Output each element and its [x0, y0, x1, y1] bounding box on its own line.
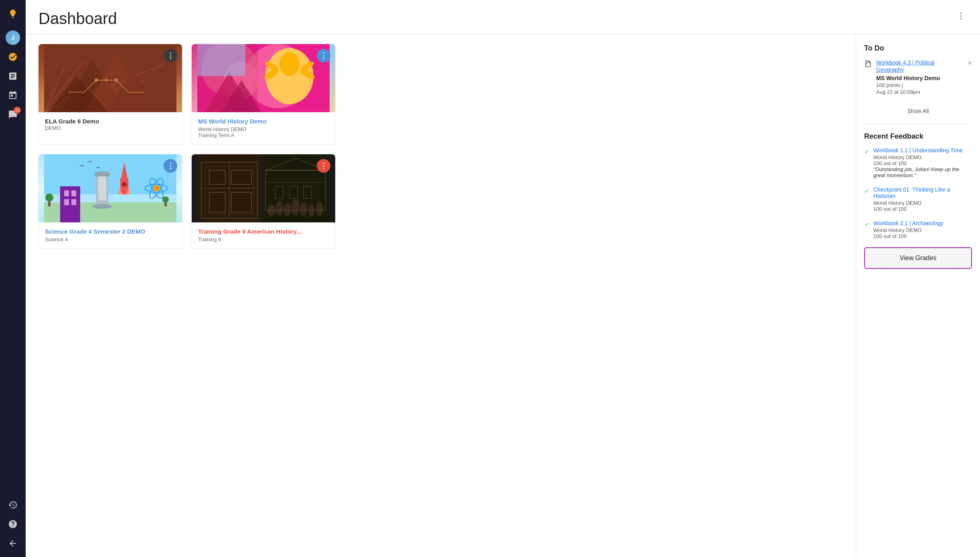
- todo-item: Workbook 4.3 | Political Geography MS Wo…: [864, 59, 972, 101]
- cards-section: ⋮ ELA Grade 6 Demo DEMO: [26, 34, 856, 557]
- svg-point-42: [92, 204, 112, 209]
- todo-link[interactable]: Workbook 4.3 | Political Geography: [876, 59, 935, 73]
- sidebar-item-dashboard[interactable]: [4, 48, 22, 66]
- card-menu-history[interactable]: ⋮: [317, 49, 330, 63]
- svg-point-69: [275, 201, 283, 216]
- card-title-science[interactable]: Science Grade 4 Semester 2 DEMO: [45, 228, 176, 235]
- feedback-content-3: Workbook 2.1 | Archaeology World History…: [873, 220, 972, 239]
- page-header: Dashboard: [26, 0, 980, 34]
- svg-rect-39: [71, 199, 76, 205]
- cards-grid: ⋮ ELA Grade 6 Demo DEMO: [38, 44, 335, 249]
- card-body-training: Training Grade 9 American History... Tra…: [192, 222, 335, 249]
- feedback-course-2: World History DEMO: [873, 200, 972, 206]
- svg-point-48: [122, 182, 127, 187]
- svg-point-49: [153, 185, 160, 192]
- feedback-content-1: Workbook 1.1 | Understanding Time World …: [873, 147, 972, 178]
- card-title-history[interactable]: MS World History Demo: [198, 118, 329, 125]
- card-menu-ela[interactable]: ⋮: [164, 49, 177, 63]
- card-subtitle2-history: Training Term A: [198, 132, 329, 138]
- feedback-content-2: Checkpoint 01: Thinking Like a Historian…: [873, 186, 972, 212]
- svg-point-70: [284, 203, 291, 216]
- feedback-course-1: World History DEMO: [873, 154, 972, 160]
- card-training-grade-9[interactable]: ⋮ Training Grade 9 American History... T…: [192, 154, 335, 249]
- svg-point-71: [292, 199, 300, 215]
- card-subtitle-ela: DEMO: [45, 125, 176, 131]
- feedback-score-1: 100 out of 100: [873, 160, 972, 166]
- svg-point-1: [960, 16, 962, 17]
- svg-rect-37: [71, 190, 76, 196]
- sidebar-item-history[interactable]: [4, 496, 22, 514]
- svg-point-54: [45, 194, 53, 202]
- svg-point-2: [960, 18, 962, 20]
- show-all-button[interactable]: Show All: [864, 108, 972, 114]
- card-body-ela: ELA Grade 6 Demo DEMO: [38, 112, 182, 137]
- todo-points: 100 points |: [876, 82, 964, 88]
- feedback-check-icon-1: ✓: [864, 148, 869, 178]
- feedback-comment-1: "Outstanding job, Julian! Keep up the gr…: [873, 166, 972, 178]
- todo-close-button[interactable]: ×: [968, 59, 972, 95]
- feedback-title-3[interactable]: Workbook 2.1 | Archaeology: [873, 220, 972, 226]
- card-body-history: MS World History Demo World History DEMO…: [192, 112, 335, 145]
- svg-point-17: [105, 79, 107, 81]
- card-image-ela: ⋮: [38, 44, 182, 112]
- card-subtitle-history: World History DEMO: [198, 126, 329, 132]
- todo-section-title: To Do: [864, 44, 972, 52]
- feedback-title-1[interactable]: Workbook 1.1 | Understanding Time: [873, 147, 972, 153]
- sidebar-avatar[interactable]: J: [4, 29, 22, 46]
- sidebar-item-journal[interactable]: [4, 67, 22, 85]
- sidebar-item-collapse[interactable]: [4, 535, 22, 552]
- feedback-title-2[interactable]: Checkpoint 01: Thinking Like a Historian: [873, 186, 972, 199]
- svg-rect-36: [64, 190, 69, 196]
- card-image-history: ⋮: [192, 44, 335, 112]
- svg-point-23: [279, 52, 300, 76]
- page-title: Dashboard: [38, 10, 117, 28]
- sidebar-logo[interactable]: [4, 5, 22, 22]
- svg-rect-35: [60, 186, 80, 222]
- feedback-item-2: ✓ Checkpoint 01: Thinking Like a Histori…: [864, 186, 972, 212]
- todo-due: Aug 22 at 10:59pm: [876, 89, 964, 95]
- svg-rect-38: [64, 199, 69, 205]
- card-body-science: Science Grade 4 Semester 2 DEMO Science …: [38, 222, 182, 249]
- card-title-ela: ELA Grade 6 Demo: [45, 118, 99, 125]
- sidebar: J 13: [0, 0, 26, 557]
- todo-course: MS World History Demo: [876, 75, 964, 81]
- assignments-badge: 13: [14, 107, 21, 114]
- view-grades-button[interactable]: View Grades: [864, 247, 972, 269]
- card-image-training: ⋮: [192, 154, 335, 222]
- svg-point-15: [115, 79, 118, 82]
- sidebar-item-assignments[interactable]: 13: [4, 106, 22, 123]
- card-subtitle-science: Science 4: [45, 236, 176, 242]
- card-ms-world-history[interactable]: ⋮ MS World History Demo World History DE…: [192, 44, 335, 145]
- todo-doc-icon: [864, 60, 872, 95]
- card-science-grade-4[interactable]: ⋮ Science Grade 4 Semester 2 DEMO Scienc…: [38, 154, 182, 249]
- svg-point-72: [300, 202, 307, 216]
- card-menu-training[interactable]: ⋮: [317, 159, 330, 173]
- recent-feedback-title: Recent Feedback: [864, 132, 972, 141]
- svg-rect-31: [197, 44, 245, 76]
- feedback-course-3: World History DEMO: [873, 227, 972, 233]
- svg-point-74: [316, 202, 323, 216]
- card-title-training[interactable]: Training Grade 9 American History...: [198, 228, 329, 235]
- user-avatar: J: [6, 30, 20, 45]
- panel-divider: [864, 124, 972, 124]
- card-menu-science[interactable]: ⋮: [164, 159, 177, 173]
- feedback-score-2: 100 out of 100: [873, 206, 972, 212]
- main-content: Dashboard: [26, 0, 980, 557]
- svg-rect-43: [98, 176, 106, 200]
- card-image-science: ⋮: [38, 154, 182, 222]
- feedback-item-1: ✓ Workbook 1.1 | Understanding Time Worl…: [864, 147, 972, 178]
- right-panel: To Do Workbook 4.3 | Political Geography…: [856, 34, 980, 557]
- sidebar-item-calendar[interactable]: [4, 87, 22, 104]
- todo-content: Workbook 4.3 | Political Geography MS Wo…: [876, 59, 964, 95]
- sidebar-item-help[interactable]: [4, 515, 22, 533]
- svg-point-56: [162, 196, 169, 203]
- svg-point-0: [960, 13, 962, 14]
- header-menu-button[interactable]: [954, 10, 967, 24]
- feedback-score-3: 100 out of 100: [873, 233, 972, 239]
- card-subtitle-training: Training 9: [198, 236, 329, 242]
- feedback-item-3: ✓ Workbook 2.1 | Archaeology World Histo…: [864, 220, 972, 239]
- feedback-check-icon-2: ✓: [864, 187, 869, 212]
- content-area: ⋮ ELA Grade 6 Demo DEMO: [26, 34, 980, 557]
- feedback-check-icon-3: ✓: [864, 221, 869, 239]
- card-ela-grade-6[interactable]: ⋮ ELA Grade 6 Demo DEMO: [38, 44, 182, 145]
